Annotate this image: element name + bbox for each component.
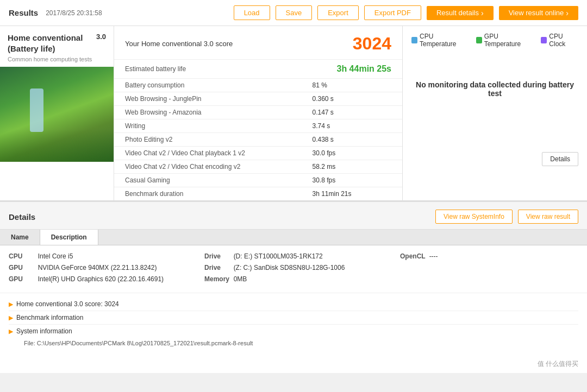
tab-name[interactable]: Name (0, 230, 40, 245)
drive2-item: Drive (Z: C:) SanDisk SD8SN8U-128G-1006 (204, 263, 400, 271)
metric-label: Photo Editing v2 (114, 133, 302, 147)
expandable-row[interactable]: ▶Home conventional 3.0 score: 3024 (9, 298, 578, 311)
score-label: Your Home conventional 3.0 score (125, 40, 233, 48)
cpu-temp-label: CPU Temperature (420, 33, 467, 48)
load-button[interactable]: Load (234, 5, 270, 20)
drive1-label: Drive (204, 252, 232, 260)
metric-label: Video Chat v2 / Video Chat playback 1 v2 (114, 147, 302, 160)
metrics-table: Battery consumption81 %Web Browsing - Ju… (114, 79, 402, 200)
benchmark-image (0, 67, 114, 162)
metric-value: 0.360 s (302, 92, 403, 106)
cpu-temp-legend: CPU Temperature (411, 33, 467, 48)
drive2-label: Drive (204, 264, 232, 271)
tab-description[interactable]: Description (40, 230, 98, 245)
gpu1-value: NVIDIA GeForce 940MX (22.21.13.8242) (38, 264, 157, 271)
details-header-buttons: View raw SystemInfo View raw result (435, 210, 578, 224)
page-title: Results (9, 8, 38, 17)
gpu1-label: GPU (9, 264, 36, 271)
details-button[interactable]: Details (542, 152, 578, 166)
metric-row: Photo Editing v20.438 s (114, 133, 402, 147)
opencl-item: OpenCL ---- (400, 252, 578, 260)
cpu-clock-label: CPU Clock (549, 33, 578, 48)
expandable-row[interactable]: ▶System information (9, 325, 578, 338)
benchmark-header: Home conventional (Battery life) 3.0 (0, 26, 114, 56)
save-button[interactable]: Save (276, 5, 313, 20)
expandable-label: Benchmark information (16, 314, 83, 321)
watermark: 值 什么值得买 (0, 355, 587, 373)
details-header: Details View raw SystemInfo View raw res… (0, 202, 587, 230)
benchmark-version: 3.0 (96, 33, 106, 41)
battery-label: Estimated battery life (125, 65, 186, 73)
drive-section: Drive (D: E:) ST1000LM035-1RK172 Drive (… (204, 252, 400, 286)
view-result-online-button[interactable]: View result online › (499, 6, 578, 20)
sysinfo-grid: CPU Intel Core i5 GPU NVIDIA GeForce 940… (0, 245, 587, 293)
metric-value: 3.74 s (302, 119, 403, 133)
monitor-panel: CPU Temperature GPU Temperature CPU Cloc… (402, 26, 587, 200)
metric-label: Writing (114, 119, 302, 133)
gpu2-item: GPU Intel(R) UHD Graphics 620 (22.20.16.… (9, 275, 204, 283)
expandable-label: Home conventional 3.0 score: 3024 (16, 300, 119, 308)
memory-item: Memory 0MB (204, 275, 400, 283)
metric-value: 58.2 ms (302, 160, 403, 174)
expandable-label: System information (16, 327, 72, 335)
expandable-rows: ▶Home conventional 3.0 score: 3024▶Bench… (0, 293, 587, 355)
metric-label: Web Browsing - JunglePin (114, 92, 302, 106)
expand-arrow-icon: ▶ (9, 328, 13, 335)
left-panel: Home conventional (Battery life) 3.0 Com… (0, 26, 114, 200)
metric-row: Video Chat v2 / Video Chat playback 1 v2… (114, 147, 402, 160)
legend-row: CPU Temperature GPU Temperature CPU Cloc… (411, 33, 578, 48)
metric-row: Writing3.74 s (114, 119, 402, 133)
opencl-value: ---- (429, 252, 438, 260)
expand-arrow-icon: ▶ (9, 301, 13, 308)
opencl-label: OpenCL (400, 252, 427, 260)
memory-value: 0MB (234, 275, 247, 283)
header-bar: Results 2017/8/25 20:31:58 Load Save Exp… (0, 0, 587, 26)
drive2-value: (Z: C:) SanDisk SD8SN8U-128G-1006 (234, 264, 345, 271)
metric-row: Web Browsing - JunglePin0.360 s (114, 92, 402, 106)
metric-value: 81 % (302, 79, 403, 92)
cpu-temp-dot (411, 37, 417, 43)
gpu-temp-label: GPU Temperature (484, 33, 532, 48)
gpu1-item: GPU NVIDIA GeForce 940MX (22.21.13.8242) (9, 263, 204, 271)
metric-label: Benchmark duration (114, 187, 302, 201)
file-path: File: C:\Users\HP\Documents\PCMark 8\Log… (9, 338, 578, 351)
export-pdf-button[interactable]: Export PDF (364, 5, 421, 20)
battery-value: 3h 44min 25s (337, 64, 392, 74)
metric-value: 30.8 fps (302, 174, 403, 187)
details-tabs: Name Description (0, 230, 587, 245)
cpu-clock-legend: CPU Clock (541, 33, 578, 48)
metric-value: 0.438 s (302, 133, 403, 147)
view-raw-sysinfo-button[interactable]: View raw SystemInfo (435, 210, 513, 224)
score-row: Your Home conventional 3.0 score 3024 (114, 26, 402, 60)
cpu-item: CPU Intel Core i5 (9, 252, 204, 260)
battery-row: Estimated battery life 3h 44min 25s (114, 60, 402, 79)
metric-label: Video Chat v2 / Video Chat encoding v2 (114, 160, 302, 174)
expandable-row[interactable]: ▶Benchmark information (9, 311, 578, 325)
chevron-right-icon: › (481, 9, 484, 17)
metric-row: Battery consumption81 % (114, 79, 402, 92)
metric-row: Web Browsing - Amazonia0.147 s (114, 106, 402, 119)
details-section: Details View raw SystemInfo View raw res… (0, 200, 587, 355)
results-panel: Your Home conventional 3.0 score 3024 Es… (114, 26, 402, 200)
metric-label: Battery consumption (114, 79, 302, 92)
expand-arrow-icon: ▶ (9, 314, 13, 321)
metric-row: Benchmark duration3h 11min 21s (114, 187, 402, 201)
export-button[interactable]: Export (317, 5, 359, 20)
cpu-label: CPU (9, 252, 36, 260)
details-title: Details (9, 212, 35, 222)
metric-label: Casual Gaming (114, 174, 302, 187)
drive1-value: (D: E:) ST1000LM035-1RK172 (234, 252, 323, 260)
cpu-section: CPU Intel Core i5 GPU NVIDIA GeForce 940… (9, 252, 204, 286)
gpu-temp-legend: GPU Temperature (476, 33, 532, 48)
view-raw-result-button[interactable]: View raw result (518, 210, 578, 224)
main-content: Home conventional (Battery life) 3.0 Com… (0, 26, 587, 200)
metric-value: 30.0 fps (302, 147, 403, 160)
metric-row: Casual Gaming30.8 fps (114, 174, 402, 187)
opencl-section: OpenCL ---- (400, 252, 578, 286)
result-details-button[interactable]: Result details › (427, 6, 494, 20)
chevron-right-icon: › (566, 9, 569, 17)
benchmark-title: Home conventional (Battery life) (8, 33, 96, 54)
metric-label: Web Browsing - Amazonia (114, 106, 302, 119)
gpu2-label: GPU (9, 275, 36, 283)
memory-label: Memory (204, 275, 232, 283)
